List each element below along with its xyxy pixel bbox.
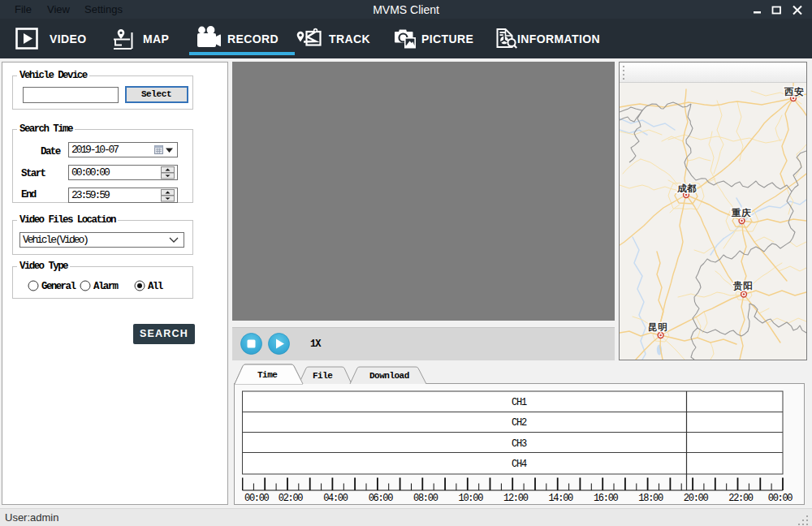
svg-text:22:00: 22:00 — [728, 493, 754, 504]
svg-text:CH3: CH3 — [512, 438, 527, 450]
svg-text:12:00: 12:00 — [503, 493, 529, 504]
svg-text:14:00: 14:00 — [548, 493, 573, 504]
svg-text:重庆: 重庆 — [731, 208, 751, 218]
svg-text:贵阳: 贵阳 — [732, 281, 753, 291]
svg-text:20:00: 20:00 — [684, 493, 709, 504]
svg-text:16:00: 16:00 — [594, 493, 619, 504]
svg-text:成都: 成都 — [676, 183, 697, 193]
svg-text:02:00: 02:00 — [279, 493, 304, 504]
svg-text:00:00: 00:00 — [768, 493, 793, 504]
svg-text:CH4: CH4 — [512, 459, 527, 470]
svg-text:18:00: 18:00 — [638, 493, 663, 504]
svg-text:昆明: 昆明 — [648, 322, 667, 332]
svg-text:10:00: 10:00 — [459, 493, 484, 504]
svg-text:西安: 西安 — [784, 87, 804, 97]
svg-text:08:00: 08:00 — [413, 493, 438, 504]
svg-text:CH1: CH1 — [512, 397, 527, 408]
svg-text:04:00: 04:00 — [323, 493, 348, 504]
svg-text:CH2: CH2 — [512, 417, 527, 429]
svg-text:06:00: 06:00 — [369, 493, 394, 504]
svg-text:00:00: 00:00 — [244, 493, 270, 504]
